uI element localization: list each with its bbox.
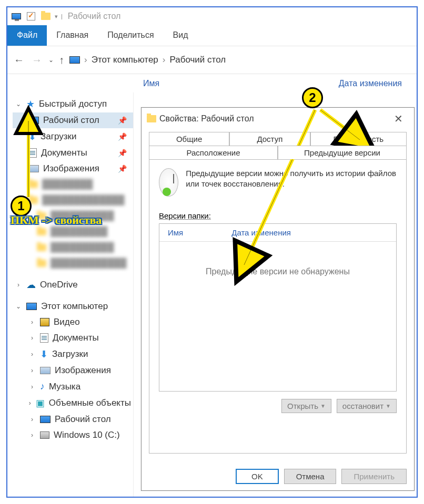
onedrive-node[interactable]: › ☁ OneDrive [13,276,133,293]
collapse-icon[interactable]: ⌄ [15,100,22,108]
dropdown-icon: ▼ [320,403,326,409]
video-icon [40,318,49,326]
sidebar-item-blurred[interactable]: ██████████ [13,208,133,224]
disk-icon [40,431,49,439]
expand-icon[interactable]: › [28,416,36,423]
sidebar-item-images[interactable]: ›Изображения [13,363,133,378]
sidebar-item-label: Объемные объекты [49,398,131,408]
folder-icon[interactable] [40,11,52,22]
image-icon [40,367,51,374]
nav-toolbar: ← → ⌄ ↑ › Этот компьютер › Рабочий стол [7,46,417,74]
folder-icon [147,115,156,122]
back-button[interactable]: ← [13,54,25,66]
crumb-thispc[interactable]: Этот компьютер [92,55,158,65]
expand-icon[interactable]: › [28,399,32,407]
chevron-icon: › [163,55,166,65]
forward-button[interactable]: → [31,54,43,66]
pin-icon: 📌 [118,149,127,157]
sidebar-item-blurred[interactable]: ████████████ [13,255,133,271]
col-date[interactable]: Дата изменения [329,79,411,88]
col-name[interactable]: Имя [134,79,169,88]
button-label: Открыть [287,402,318,410]
thispc-node[interactable]: ⌄ Этот компьютер [13,299,133,314]
up-button[interactable]: ↑ [59,54,64,66]
cancel-button[interactable]: Отмена [284,469,337,484]
ribbon-tabs: Файл Главная Поделиться Вид [7,25,417,46]
expand-icon[interactable]: › [28,351,36,358]
divider: | [61,13,63,19]
document-icon [40,333,48,343]
expand-icon[interactable]: › [28,383,36,390]
sidebar-item-disk-c[interactable]: ›Windows 10 (C:) [13,427,133,443]
sidebar-item-label: Windows 10 (C:) [54,430,120,440]
star-icon: ★ [26,98,35,110]
desktop-icon [69,56,80,64]
quick-access-label: Быстрый доступ [39,99,107,109]
folder-icon [37,244,46,251]
folder-icon [37,212,46,220]
download-icon: ⬇ [40,348,48,360]
close-button[interactable]: ✕ [388,112,409,125]
tab-general[interactable]: Общие [149,132,229,146]
pin-icon: 📌 [118,132,127,141]
pin-icon: 📌 [118,164,127,173]
annotation-arrow-1 [22,116,38,200]
sidebar-item-label: Рабочий стол [43,115,99,126]
desktop-icon [40,416,51,423]
collapse-icon[interactable]: ⌄ [15,303,22,310]
folder-icon [37,260,46,267]
sidebar-item-music[interactable]: ›♪Музыка [13,378,133,395]
svg-line-5 [320,110,360,140]
sidebar-item-desktop[interactable]: ›Рабочий стол [13,412,133,427]
music-icon: ♪ [40,381,45,392]
pin-icon: 📌 [118,116,127,125]
sidebar-item-blurred[interactable]: ██████████ [13,240,133,255]
cube-icon: ▣ [36,397,45,409]
versions-col-name[interactable]: Имя [159,228,191,237]
expand-icon[interactable]: › [15,281,22,289]
sidebar-item-label: Загрузки [41,131,76,142]
onedrive-icon: ☁ [26,279,36,291]
sidebar-item-label: Музыка [49,382,80,392]
history-clock-icon [159,168,178,197]
qat-dropdown-icon[interactable]: ▾ [55,13,58,20]
button-label: осстановит [342,402,383,410]
sidebar-item-downloads[interactable]: ›⬇Загрузки [13,346,133,363]
file-tab[interactable]: Файл [7,25,47,46]
open-button[interactable]: Открыть▼ [281,399,331,413]
chevron-icon: › [84,55,87,65]
sidebar-item-label: Рабочий стол [55,414,111,425]
restore-button[interactable]: осстановит▼ [337,399,397,413]
column-headers: Имя Дата изменения [7,74,417,92]
history-dropdown-icon[interactable]: ⌄ [48,56,54,64]
folder-icon [37,228,46,235]
expand-icon[interactable]: › [28,431,36,439]
window-title: Рабочий стол [68,12,120,21]
monitor-icon [11,11,22,22]
ok-button[interactable]: OK [236,469,279,484]
tab-home[interactable]: Главная [47,25,98,46]
expand-icon[interactable]: › [28,367,36,374]
dialog-footer: OK Отмена Применить [236,469,407,484]
tab-share[interactable]: Поделиться [98,25,163,46]
onedrive-label: OneDrive [40,280,78,290]
sidebar-item-documents[interactable]: ›Документы [13,330,133,346]
expand-icon[interactable]: › [28,318,36,326]
sidebar-item-blurred[interactable]: █████████ [13,224,133,240]
tab-view[interactable]: Вид [164,25,198,46]
sidebar-item-label: Документы [53,333,99,343]
sidebar-item-label: Загрузки [52,349,88,359]
sidebar-item-3dobjects[interactable]: ›▣Объемные объекты [13,395,133,412]
sidebar-item-label: Видео [54,317,80,327]
apply-button[interactable]: Применить [341,469,407,484]
expand-icon[interactable]: › [28,334,36,342]
svg-line-3 [244,110,315,265]
crumb-desktop[interactable]: Рабочий стол [169,55,226,65]
sidebar-item-label: Изображения [43,163,99,174]
checkbox-icon[interactable] [25,11,37,22]
sidebar-item-video[interactable]: ›Видео [13,314,133,330]
address-bar[interactable]: › Этот компьютер › Рабочий стол [69,55,226,65]
tab-previous-versions[interactable]: Предыдущие версии [278,146,407,159]
quick-access-node[interactable]: ⌄ ★ Быстрый доступ [13,96,133,112]
thispc-label: Этот компьютер [41,301,108,312]
